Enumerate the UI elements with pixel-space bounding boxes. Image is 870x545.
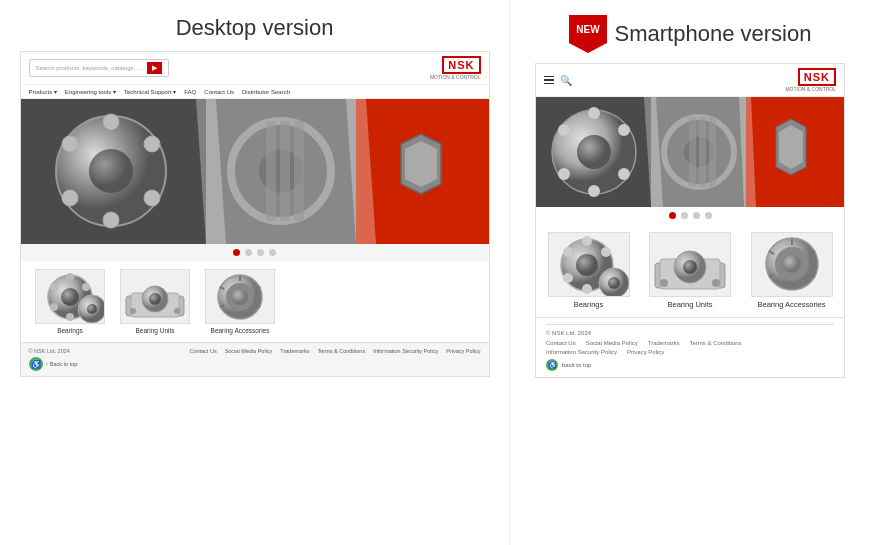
footer-privacy[interactable]: Privacy Policy: [446, 348, 480, 354]
hamburger-menu[interactable]: [544, 76, 554, 85]
desktop-nsk-logo: NSK: [442, 56, 480, 74]
svg-point-33: [149, 293, 161, 305]
svg-point-22: [66, 273, 74, 281]
svg-point-2: [89, 149, 133, 193]
phone-footer-privacy[interactable]: Privacy Policy: [627, 349, 664, 355]
svg-point-7: [62, 190, 78, 206]
phone-dot-3[interactable]: [693, 212, 700, 219]
desktop-logo-area: NSK MOTION & CONTROL: [430, 56, 481, 80]
svg-point-49: [577, 135, 611, 169]
svg-point-34: [130, 308, 136, 314]
phone-back-to-top[interactable]: ♿ back to top: [546, 359, 834, 371]
bearings-svg: [36, 271, 104, 323]
svg-point-50: [588, 107, 600, 119]
desktop-footer-links: Contact Us Social Media Policy Trademark…: [189, 348, 480, 354]
carousel-dot-3[interactable]: [257, 249, 264, 256]
nav-contact[interactable]: Contact Us: [204, 88, 234, 95]
desktop-back-to-top[interactable]: ♿ ↑ Back to top: [29, 357, 481, 371]
carousel-dot-2[interactable]: [245, 249, 252, 256]
svg-point-52: [618, 168, 630, 180]
desktop-bearing-accessories-label: Bearing Accessories: [211, 327, 270, 334]
desktop-product-bearings[interactable]: Bearings: [33, 269, 108, 334]
svg-point-72: [582, 284, 592, 294]
svg-point-54: [558, 168, 570, 180]
hamburger-line-1: [544, 76, 554, 78]
phone-bearing-accessories-label: Bearing Accessories: [758, 300, 826, 309]
phone-footer-social[interactable]: Social Media Policy: [586, 340, 638, 346]
phone-footer-contact[interactable]: Contact Us: [546, 340, 576, 346]
new-badge-wrapper: NEW: [569, 15, 607, 53]
svg-point-4: [144, 136, 160, 152]
desktop-panel: Desktop version Search products, keyword…: [0, 0, 510, 545]
phone-dot-2[interactable]: [681, 212, 688, 219]
phone-accessibility-icon: ♿: [546, 359, 558, 371]
phone-carousel-dots: [536, 207, 844, 224]
nav-products[interactable]: Products ▾: [29, 88, 57, 95]
phone-footer-links-row1: Contact Us Social Media Policy Trademark…: [546, 340, 834, 346]
phone-product-bearings[interactable]: Bearings: [546, 232, 631, 309]
phone-bearing-units-svg: [650, 233, 730, 296]
svg-point-25: [66, 313, 74, 321]
new-badge-svg: NEW: [569, 15, 607, 53]
phone-logo-area: NSK MOTION & CONTROL: [785, 68, 836, 92]
desktop-bearings-label: Bearings: [57, 327, 83, 334]
phone-header: 🔍 NSK MOTION & CONTROL: [536, 64, 844, 97]
phone-dot-1[interactable]: [669, 212, 676, 219]
phone-bearing-units-label: Bearing Units: [667, 300, 712, 309]
phone-footer-content: © NSK Ltd. 2024 Contact Us Social Media …: [546, 324, 834, 371]
carousel-dot-1[interactable]: [233, 249, 240, 256]
phone-logo-subtitle: MOTION & CONTROL: [785, 86, 836, 92]
desktop-carousel-dots: [21, 244, 489, 261]
desktop-bearing-units-image: [120, 269, 190, 324]
phone-dot-4[interactable]: [705, 212, 712, 219]
svg-rect-13: [280, 121, 290, 221]
desktop-hero: [21, 99, 489, 244]
nav-technical[interactable]: Technical Support ▾: [124, 88, 176, 95]
nav-faq[interactable]: FAQ: [184, 88, 196, 95]
svg-point-74: [563, 247, 573, 257]
svg-point-69: [582, 236, 592, 246]
footer-infosec[interactable]: Information Security Policy: [373, 348, 438, 354]
desktop-product-bearing-units[interactable]: Bearing Units: [118, 269, 193, 334]
carousel-dot-4[interactable]: [269, 249, 276, 256]
phone-product-row: Bearings: [536, 224, 844, 317]
phone-bearings-svg: [549, 233, 629, 296]
desktop-search-placeholder: Search products, keywords, catalogs, etc…: [36, 65, 145, 71]
svg-point-81: [660, 279, 668, 287]
phone-bearing-units-image: [649, 232, 731, 297]
phone-product-bearing-units[interactable]: Bearing Units: [648, 232, 733, 309]
svg-marker-65: [779, 125, 803, 169]
footer-contact[interactable]: Contact Us: [189, 348, 216, 354]
footer-terms[interactable]: Terms & Conditions: [317, 348, 365, 354]
nav-engineering[interactable]: Engineering tools ▾: [65, 88, 116, 95]
nav-distributor[interactable]: Distributor Search: [242, 88, 290, 95]
footer-social[interactable]: Social Media Policy: [225, 348, 273, 354]
desktop-hero-svg: [21, 99, 489, 244]
svg-point-38: [232, 289, 248, 305]
svg-point-80: [683, 260, 697, 274]
svg-point-27: [50, 283, 58, 291]
desktop-mockup: Search products, keywords, catalogs, etc…: [20, 51, 490, 377]
svg-rect-59: [689, 117, 696, 187]
phone-footer-trademarks[interactable]: Trademarks: [648, 340, 680, 346]
phone-bearing-accessories-svg: [752, 233, 832, 296]
desktop-bearing-units-label: Bearing Units: [135, 327, 174, 334]
svg-point-8: [62, 136, 78, 152]
desktop-logo-subtitle: MOTION & CONTROL: [430, 74, 481, 80]
desktop-search-bar[interactable]: Search products, keywords, catalogs, etc…: [29, 59, 169, 77]
hamburger-line-3: [544, 83, 554, 85]
svg-point-35: [174, 308, 180, 314]
phone-footer-infosec[interactable]: Information Security Policy: [546, 349, 617, 355]
phone-product-bearing-accessories[interactable]: Bearing Accessories: [749, 232, 834, 309]
desktop-copyright: © NSK Ltd. 2024: [29, 348, 70, 354]
svg-point-21: [61, 288, 79, 306]
phone-footer-terms[interactable]: Terms & Conditions: [690, 340, 742, 346]
desktop-search-button[interactable]: ▶: [147, 62, 162, 74]
phone-search-icon[interactable]: 🔍: [560, 75, 572, 86]
svg-rect-61: [709, 117, 716, 187]
footer-trademarks[interactable]: Trademarks: [280, 348, 309, 354]
smartphone-title: Smartphone version: [615, 21, 812, 47]
main-container: Desktop version Search products, keyword…: [0, 0, 870, 545]
phone-nav-icons: 🔍: [544, 75, 572, 86]
desktop-product-bearing-accessories[interactable]: Bearing Accessories: [203, 269, 278, 334]
